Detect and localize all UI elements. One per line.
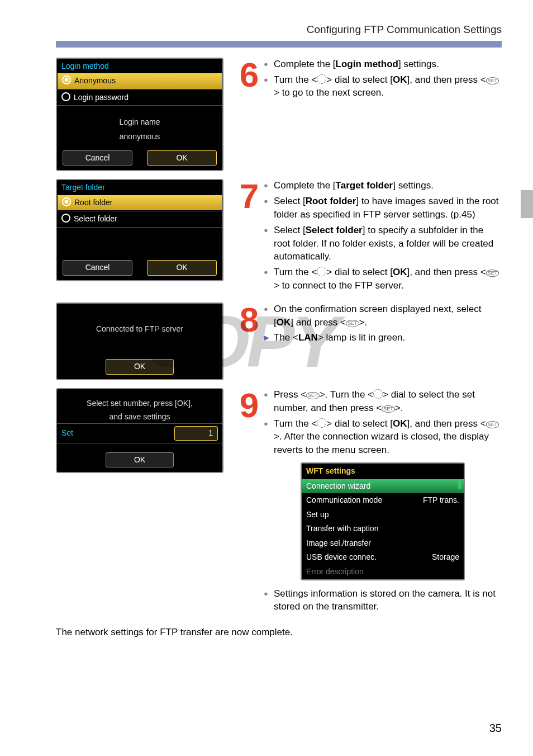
step-7: Target folder Root folder Select folder … (56, 179, 502, 295)
menu-comm-mode: Communication modeFTP trans. (302, 493, 464, 508)
step9-line2: Turn the <> dial to select [OK], and the… (274, 417, 502, 457)
bullet-icon: ● (264, 179, 274, 192)
bullet-icon: ● (264, 224, 274, 263)
dial-icon (373, 389, 383, 399)
step6-line2: Turn the <> dial to select [OK], and the… (274, 73, 502, 100)
connected-message: Connected to FTP server (57, 320, 222, 338)
ok-button: OK (106, 452, 174, 468)
shot-title: Target folder (57, 180, 222, 195)
menu-error-desc: Error description (302, 565, 464, 579)
step7-line4: Turn the <> dial to select [OK], and the… (274, 266, 502, 292)
arrow-icon: ▶ (264, 331, 274, 344)
step6-line1: Complete the [Login method] settings. (274, 58, 502, 71)
dial-icon (317, 418, 326, 428)
cancel-button: Cancel (63, 150, 132, 166)
menu-connection-wizard: Connection wizard (302, 479, 464, 494)
screenshot-save-settings: Select set number, press [OK], and save … (56, 388, 223, 473)
login-name-label: Login name (57, 114, 222, 131)
ok-button: OK (147, 150, 217, 166)
option-anonymous: Anonymous (57, 73, 222, 89)
menu-setup: Set up (302, 508, 464, 522)
step8-arrow1: The <LAN> lamp is lit in green. (274, 331, 502, 344)
option-login-password: Login password (57, 89, 222, 106)
step7-line1: Complete the [Target folder] settings. (274, 179, 502, 192)
page-number: 35 (489, 720, 502, 736)
set-icon: SET (306, 392, 320, 399)
closing-sentence: The network settings for FTP transfer ar… (56, 626, 502, 639)
dial-icon (317, 267, 326, 276)
menu-title: WFT settings (302, 464, 464, 479)
option-root-folder: Root folder (57, 195, 222, 211)
menu-usb: USB device connec.Storage (302, 550, 464, 565)
screenshot-wft-settings: WFT settings Connection wizard Communica… (301, 462, 465, 580)
step-number-8: 8 (235, 306, 264, 334)
screenshot-connected: Connected to FTP server OK (56, 303, 223, 380)
bullet-icon: ● (264, 388, 274, 415)
running-header: Configuring FTP Communication Settings (56, 22, 502, 37)
login-name-value: anonymous (57, 131, 222, 146)
cancel-button: Cancel (63, 260, 132, 276)
shot-title: Login method (57, 59, 222, 73)
step7-line2: Select [Root folder] to have images save… (274, 195, 502, 221)
set-label: Set (61, 428, 174, 439)
set-value: 1 (174, 426, 218, 441)
bullet-icon: ● (264, 417, 274, 457)
save-line2: and save settings (57, 410, 222, 424)
set-icon: SET (486, 421, 499, 428)
step-8: Connected to FTP server OK 8 ● On the co… (56, 303, 502, 380)
bullet-icon: ● (264, 58, 274, 71)
menu-image-sel: Image sel./transfer (302, 536, 464, 551)
bullet-icon: ● (264, 303, 274, 329)
bullet-icon: ● (264, 266, 274, 292)
step-9: Select set number, press [OK], and save … (56, 388, 502, 616)
step-number-6: 6 (235, 61, 264, 89)
step9-line1: Press <SET>. Turn the <> dial to select … (274, 388, 502, 415)
scroll-indicator (458, 480, 461, 489)
set-icon: SET (486, 270, 499, 277)
step8-line1: On the confirmation screen displayed nex… (274, 303, 502, 329)
header-rule (56, 41, 502, 48)
bullet-icon: ● (264, 195, 274, 221)
step7-line3: Select [Select folder] to specify a subf… (274, 224, 502, 263)
option-select-folder: Select folder (57, 211, 222, 227)
page-edge-tab (521, 190, 533, 218)
set-icon: SET (346, 320, 359, 327)
screenshot-login-method: Login method Anonymous Login password Lo… (56, 58, 223, 172)
step9-line3: Settings information is stored on the ca… (274, 587, 502, 614)
menu-transfer-caption: Transfer with caption (302, 522, 464, 536)
ok-button: OK (106, 359, 174, 375)
dial-icon (317, 74, 326, 84)
screenshot-target-folder: Target folder Root folder Select folder … (56, 179, 223, 281)
ok-button: OK (147, 260, 217, 276)
step-number-9: 9 (235, 391, 264, 419)
bullet-icon: ● (264, 587, 274, 614)
set-icon: SET (486, 77, 499, 84)
step-6: Login method Anonymous Login password Lo… (56, 58, 502, 172)
set-icon: SET (382, 405, 395, 413)
save-line1: Select set number, press [OK], (57, 397, 222, 410)
bullet-icon: ● (264, 73, 274, 100)
step-number-7: 7 (235, 182, 264, 210)
